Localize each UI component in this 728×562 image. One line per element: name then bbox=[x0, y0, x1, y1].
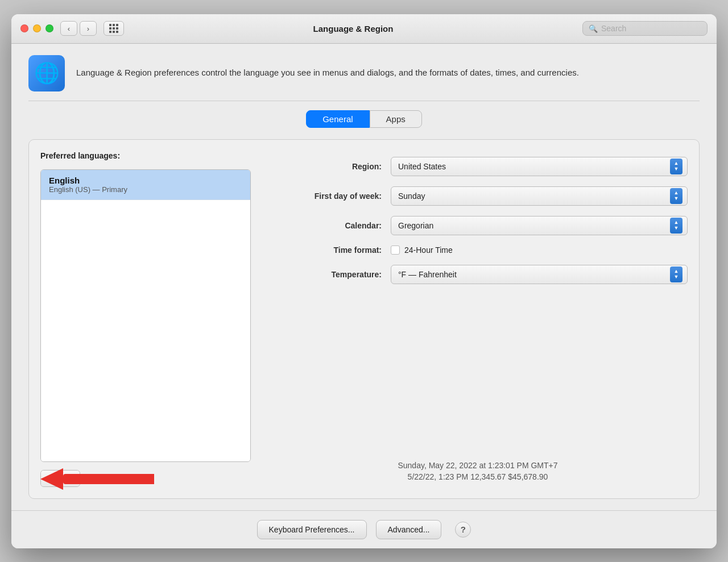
region-select[interactable]: United States ▲ ▼ bbox=[391, 157, 688, 176]
first-day-value: Sunday bbox=[398, 192, 425, 201]
calendar-label: Calendar: bbox=[268, 221, 382, 230]
header-description: 🌐 Language & Region preferences control … bbox=[28, 55, 700, 101]
time-format-checkbox-row: 24-Hour Time bbox=[391, 245, 453, 255]
nav-buttons: ‹ › bbox=[60, 21, 97, 36]
preview-formats: 5/22/22, 1:23 PM 12,345.67 $45,678.90 bbox=[268, 472, 688, 481]
list-controls: + − bbox=[40, 470, 80, 487]
first-day-select[interactable]: Sunday ▲ ▼ bbox=[391, 186, 688, 206]
minimize-button[interactable] bbox=[33, 24, 41, 32]
grid-dots-icon bbox=[109, 24, 118, 33]
first-day-control: Sunday ▲ ▼ bbox=[391, 186, 688, 206]
traffic-lights bbox=[20, 24, 53, 32]
calendar-value: Gregorian bbox=[398, 221, 433, 230]
language-name: English bbox=[49, 176, 242, 185]
region-value: United States bbox=[398, 162, 446, 171]
tab-general[interactable]: General bbox=[306, 110, 369, 128]
back-button[interactable]: ‹ bbox=[60, 21, 77, 36]
temperature-arrows-icon: ▲ ▼ bbox=[670, 267, 682, 282]
region-arrows-icon: ▲ ▼ bbox=[670, 159, 682, 174]
language-list-body bbox=[41, 200, 250, 461]
add-language-button[interactable]: + bbox=[41, 471, 60, 486]
window-title: Language & Region bbox=[131, 24, 576, 34]
advanced-button[interactable]: Advanced... bbox=[376, 520, 442, 539]
calendar-row: Calendar: Gregorian ▲ ▼ bbox=[268, 216, 688, 235]
panel-content: Preferred languages: English English (US… bbox=[29, 140, 699, 498]
close-button[interactable] bbox=[20, 24, 28, 32]
tab-apps[interactable]: Apps bbox=[370, 110, 422, 128]
first-day-label: First day of week: bbox=[268, 192, 382, 201]
forward-button[interactable]: › bbox=[80, 21, 97, 36]
time-format-label: Time format: bbox=[268, 245, 382, 255]
content-area: 🌐 Language & Region preferences control … bbox=[11, 44, 717, 510]
region-control: United States ▲ ▼ bbox=[391, 157, 688, 176]
globe-image: 🌐 bbox=[28, 55, 65, 91]
tabs-row: General Apps bbox=[28, 101, 700, 139]
language-sub: English (US) — Primary bbox=[49, 185, 242, 194]
time-format-control: 24-Hour Time bbox=[391, 245, 688, 255]
first-day-arrows-icon: ▲ ▼ bbox=[670, 188, 682, 204]
window: ‹ › Language & Region 🔍 Search 🌐 Languag… bbox=[11, 14, 717, 548]
first-day-row: First day of week: Sunday ▲ ▼ bbox=[268, 186, 688, 206]
bottom-bar: Keyboard Preferences... Advanced... ? bbox=[11, 510, 717, 548]
list-controls-row: + − bbox=[40, 470, 251, 487]
keyboard-preferences-button[interactable]: Keyboard Preferences... bbox=[257, 520, 367, 539]
time-format-checkbox[interactable] bbox=[391, 245, 400, 255]
main-panel: Preferred languages: English English (US… bbox=[28, 139, 700, 499]
preferred-languages-label: Preferred languages: bbox=[40, 151, 251, 160]
calendar-control: Gregorian ▲ ▼ bbox=[391, 216, 688, 235]
search-placeholder: Search bbox=[601, 24, 626, 33]
right-section: Region: United States ▲ ▼ bbox=[268, 151, 688, 487]
calendar-arrows-icon: ▲ ▼ bbox=[670, 218, 682, 234]
search-icon: 🔍 bbox=[589, 24, 598, 33]
preview-area: Sunday, May 22, 2022 at 1:23:01 PM GMT+7… bbox=[268, 449, 688, 487]
left-section: Preferred languages: English English (US… bbox=[40, 151, 251, 487]
globe-icon: 🌐 bbox=[28, 55, 65, 91]
time-format-row: Time format: 24-Hour Time bbox=[268, 245, 688, 255]
calendar-select[interactable]: Gregorian ▲ ▼ bbox=[391, 216, 688, 235]
temperature-control: °F — Fahrenheit ▲ ▼ bbox=[391, 265, 688, 284]
preview-date: Sunday, May 22, 2022 at 1:23:01 PM GMT+7 bbox=[268, 461, 688, 470]
language-item-english[interactable]: English English (US) — Primary bbox=[41, 170, 250, 200]
temperature-row: Temperature: °F — Fahrenheit ▲ ▼ bbox=[268, 265, 688, 284]
temperature-select[interactable]: °F — Fahrenheit ▲ ▼ bbox=[391, 265, 688, 284]
title-bar: ‹ › Language & Region 🔍 Search bbox=[11, 14, 717, 44]
description-text: Language & Region preferences control th… bbox=[76, 66, 579, 80]
region-row: Region: United States ▲ ▼ bbox=[268, 157, 688, 176]
maximize-button[interactable] bbox=[46, 24, 53, 32]
language-list-container: English English (US) — Primary bbox=[40, 169, 251, 462]
grid-button[interactable] bbox=[104, 21, 124, 36]
search-box[interactable]: 🔍 Search bbox=[582, 21, 708, 36]
region-label: Region: bbox=[268, 162, 382, 171]
help-button[interactable]: ? bbox=[455, 522, 471, 538]
remove-language-button[interactable]: − bbox=[60, 471, 80, 486]
temperature-value: °F — Fahrenheit bbox=[398, 270, 457, 279]
temperature-label: Temperature: bbox=[268, 270, 382, 279]
time-format-checkbox-label: 24-Hour Time bbox=[404, 245, 453, 255]
